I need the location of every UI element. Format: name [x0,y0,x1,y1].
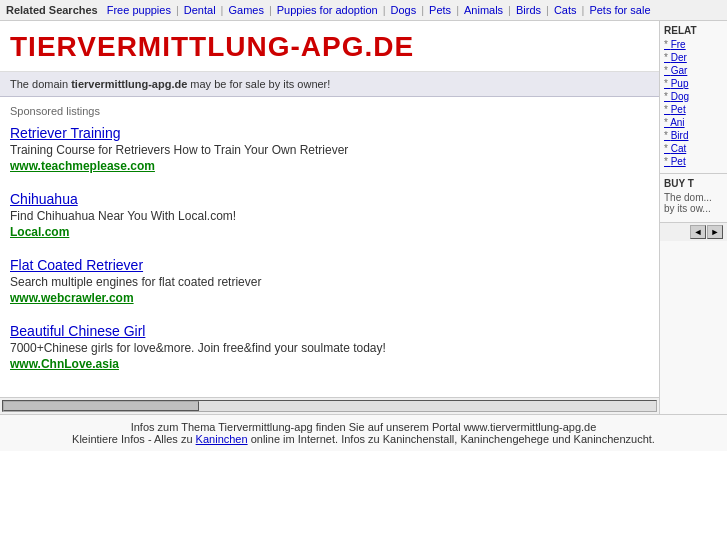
footer-line2-before: Kleintiere Infos - Alles zu [72,433,196,445]
ad-description-1: Find Chihuahua Near You With Local.com! [10,209,649,223]
sidebar-link-7[interactable]: * Bird [664,130,723,141]
footer-line2: Kleintiere Infos - Alles zu Kaninchen on… [10,433,717,445]
sidebar-link-4[interactable]: * Dog [664,91,723,102]
ad-title-2[interactable]: Flat Coated Retriever [10,257,649,273]
top-nav-bar: Related Searches Free puppies | Dental |… [0,0,727,21]
nav-link-9[interactable]: Pets for sale [586,4,653,16]
nav-sep-0: | [176,4,179,16]
sponsored-section: Sponsored listings Retriever Training Tr… [0,97,659,397]
footer-line2-middle: online im Internet. Infos zu Kaninchenst… [248,433,655,445]
ad-description-2: Search multiple engines for flat coated … [10,275,649,289]
sidebar-buy-text: The dom... by its ow... [664,192,723,214]
ad-listing-2: Flat Coated Retriever Search multiple en… [10,257,649,305]
nav-sep-8: | [582,4,585,16]
ad-url-2[interactable]: www.webcrawler.com [10,291,134,305]
nav-link-8[interactable]: Cats [551,4,580,16]
ad-description-0: Training Course for Retrievers How to Tr… [10,143,649,157]
sidebar-link-8[interactable]: * Cat [664,143,723,154]
footer-line1: Infos zum Thema Tiervermittlung-apg find… [10,421,717,433]
nav-link-7[interactable]: Birds [513,4,544,16]
sidebar-link-9[interactable]: * Pet [664,156,723,167]
ad-url-3[interactable]: www.ChnLove.asia [10,357,119,371]
nav-link-2[interactable]: Games [225,4,266,16]
scrollbar-thumb[interactable] [3,401,199,411]
nav-link-6[interactable]: Animals [461,4,506,16]
domain-notice-after: may be for sale by its owner! [187,78,330,90]
related-searches-label: Related Searches [6,4,98,16]
domain-name: tiervermittlung-apg.de [71,78,187,90]
ad-title-3[interactable]: Beautiful Chinese Girl [10,323,649,339]
scrollbar-track[interactable] [2,400,657,412]
nav-sep-4: | [421,4,424,16]
left-arrow-button[interactable]: ◄ [690,225,706,239]
sidebar-buy-section: BUY T The dom... by its ow... [660,174,727,218]
sidebar-link-2[interactable]: * Gar [664,65,723,76]
sidebar-related-header: RELAT [664,25,723,36]
nav-sep-5: | [456,4,459,16]
ad-title-0[interactable]: Retriever Training [10,125,649,141]
sidebar-buy-header: BUY T [664,178,723,189]
sidebar-link-3[interactable]: * Pup [664,78,723,89]
footer-kaninchen-link[interactable]: Kaninchen [196,433,248,445]
right-sidebar: RELAT * Fre * Der * Gar * Pup * Dog * Pe… [659,21,727,414]
site-title: TIERVERMITTLUNG-APG.DE [10,31,649,63]
nav-link-4[interactable]: Dogs [388,4,420,16]
nav-link-5[interactable]: Pets [426,4,454,16]
domain-notice: The domain tiervermittlung-apg.de may be… [0,72,659,97]
left-content: TIERVERMITTLUNG-APG.DE The domain tierve… [0,21,659,414]
right-arrow-button[interactable]: ► [707,225,723,239]
nav-sep-3: | [383,4,386,16]
nav-sep-2: | [269,4,272,16]
ad-url-1[interactable]: Local.com [10,225,69,239]
ad-listing-0: Retriever Training Training Course for R… [10,125,649,173]
ad-url-0[interactable]: www.teachmeplease.com [10,159,155,173]
ad-description-3: 7000+Chinese girls for love&more. Join f… [10,341,649,355]
domain-notice-before: The domain [10,78,71,90]
ad-title-1[interactable]: Chihuahua [10,191,649,207]
nav-sep-1: | [221,4,224,16]
sidebar-link-5[interactable]: * Pet [664,104,723,115]
nav-link-1[interactable]: Dental [181,4,219,16]
nav-link-0[interactable]: Free puppies [104,4,174,16]
footer: Infos zum Thema Tiervermittlung-apg find… [0,414,727,451]
title-bar: TIERVERMITTLUNG-APG.DE [0,21,659,72]
sidebar-link-1[interactable]: * Der [664,52,723,63]
nav-sep-6: | [508,4,511,16]
main-wrapper: TIERVERMITTLUNG-APG.DE The domain tierve… [0,21,727,414]
sidebar-related-section: RELAT * Fre * Der * Gar * Pup * Dog * Pe… [660,21,727,174]
horizontal-scrollbar[interactable] [0,397,659,414]
navigation-arrows: ◄ ► [660,222,727,241]
nav-sep-7: | [546,4,549,16]
nav-link-3[interactable]: Puppies for adoption [274,4,381,16]
sidebar-link-6[interactable]: * Ani [664,117,723,128]
sidebar-link-0[interactable]: * Fre [664,39,723,50]
ad-listing-1: Chihuahua Find Chihuahua Near You With L… [10,191,649,239]
sponsored-label: Sponsored listings [10,105,649,117]
ad-listing-3: Beautiful Chinese Girl 7000+Chinese girl… [10,323,649,371]
